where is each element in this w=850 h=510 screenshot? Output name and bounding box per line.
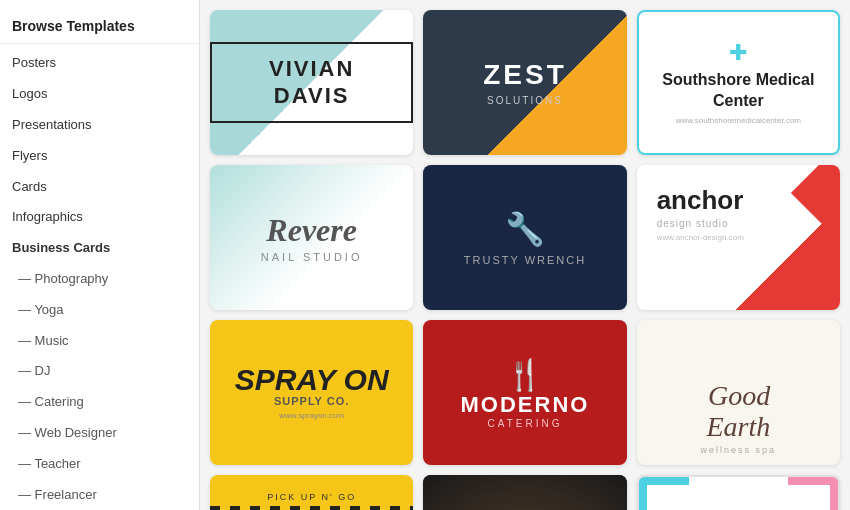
goodearth-text: GoodEarth — [706, 381, 770, 443]
farm-bg-image — [423, 475, 626, 510]
sidebar-item-cards[interactable]: Cards — [0, 172, 199, 203]
sidebar-item---music[interactable]: — Music — [0, 326, 199, 357]
fork-knife-icon: 🍴 — [506, 357, 543, 392]
goodearth-sub: wellness spa — [701, 445, 777, 455]
anchor-url: www.anchor-design.com — [657, 233, 744, 242]
anchor-name: anchor — [657, 185, 744, 216]
leigh-corner-tl — [639, 477, 689, 510]
template-card-anchor[interactable]: anchor design studio www.anchor-design.c… — [637, 165, 840, 310]
sidebar-item-presentations[interactable]: Presentations — [0, 110, 199, 141]
template-card-farm[interactable]: EST 1995 FARM TO TABLE CALIFORNIA ORGANI… — [423, 475, 626, 510]
southshore-url: www.southshoremedicalcenter.com — [676, 116, 801, 125]
template-card-spray[interactable]: SPRAY ON SUPPLY CO. www.sprayon.com — [210, 320, 413, 465]
sidebar-item-posters[interactable]: Posters — [0, 48, 199, 79]
leigh-corner-tr — [788, 477, 838, 510]
sidebar-item-logos[interactable]: Logos — [0, 79, 199, 110]
sidebar-item---photography[interactable]: — Photography — [0, 264, 199, 295]
sidebar-item---web-designer[interactable]: — Web Designer — [0, 418, 199, 449]
sidebar-item---freelancer[interactable]: — Freelancer — [0, 480, 199, 510]
templates-grid: VIVIAN DAVIS ZEST SOLUTIONS ✚ Southshore… — [210, 10, 840, 510]
template-card-leigh[interactable]: LeighSilva FREELANCE ILLUSTRATOR — [637, 475, 840, 510]
sidebar-item-infographics[interactable]: Infographics — [0, 202, 199, 233]
template-card-vivian[interactable]: VIVIAN DAVIS — [210, 10, 413, 155]
sidebar-item-business-cards[interactable]: Business Cards — [0, 233, 199, 264]
sidebar-item-browse-templates[interactable]: Browse Templates — [0, 10, 199, 44]
sidebar-item---teacher[interactable]: — Teacher — [0, 449, 199, 480]
revere-name: Revere — [266, 212, 357, 249]
template-card-goodearth[interactable]: GoodEarth wellness spa — [637, 320, 840, 465]
moderno-sub: CATERING — [488, 418, 563, 429]
anchor-stripe — [791, 165, 840, 242]
template-card-trusty[interactable]: 🔧 TRUSTY WRENCH — [423, 165, 626, 310]
sidebar-item---yoga[interactable]: — Yoga — [0, 295, 199, 326]
moderno-name: MODERNO — [461, 392, 590, 418]
sidebar-item---catering[interactable]: — Catering — [0, 387, 199, 418]
template-card-revere[interactable]: Revere NAIL STUDIO — [210, 165, 413, 310]
anchor-sub: design studio — [657, 218, 729, 229]
spray-line2: SUPPLY CO. — [274, 395, 349, 407]
sidebar-item---dj[interactable]: — DJ — [0, 356, 199, 387]
spray-line1: SPRAY ON — [235, 365, 389, 395]
cab-stripes — [210, 506, 413, 511]
medical-icon: ✚ — [729, 40, 747, 66]
spray-url: www.sprayon.com — [279, 411, 344, 420]
sidebar: Browse Templates PostersLogosPresentatio… — [0, 0, 200, 510]
template-card-cab[interactable]: PICK UP N' GO CAB TRANSIT NEW YORK CAB S… — [210, 475, 413, 510]
trusty-name: TRUSTY WRENCH — [464, 254, 586, 266]
cab-pickup: PICK UP N' GO — [267, 492, 356, 502]
revere-sub: NAIL STUDIO — [261, 251, 363, 263]
zest-name: ZEST — [483, 59, 567, 91]
template-card-moderno[interactable]: 🍴 MODERNO CATERING — [423, 320, 626, 465]
main-content: VIVIAN DAVIS ZEST SOLUTIONS ✚ Southshore… — [200, 0, 850, 510]
sidebar-item-flyers[interactable]: Flyers — [0, 141, 199, 172]
vivian-name: VIVIAN DAVIS — [232, 56, 391, 109]
southshore-name: Southshore Medical Center — [649, 70, 828, 112]
template-card-southshore[interactable]: ✚ Southshore Medical Center www.southsho… — [637, 10, 840, 155]
template-card-zest[interactable]: ZEST SOLUTIONS — [423, 10, 626, 155]
wrench-icon: 🔧 — [505, 210, 545, 248]
zest-sub: SOLUTIONS — [483, 95, 567, 106]
